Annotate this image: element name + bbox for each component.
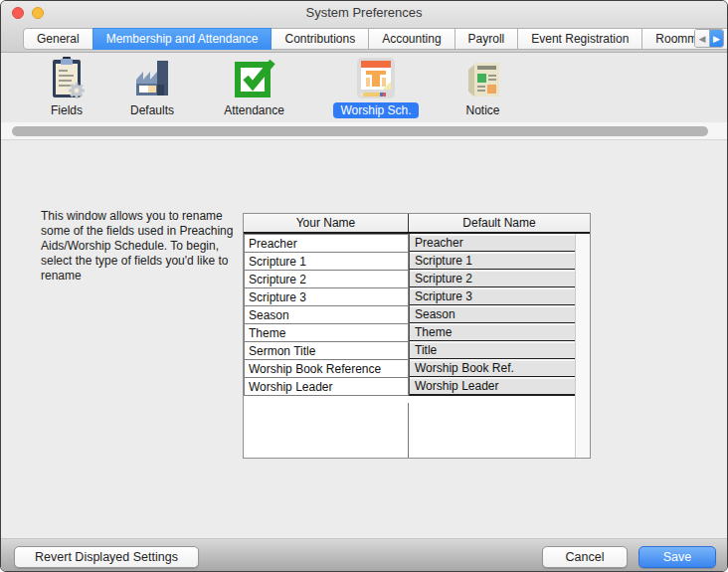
footer-bar: Revert Displayed Settings Cancel Save xyxy=(1,538,727,572)
your-name-input[interactable] xyxy=(244,359,409,378)
tab-general[interactable]: General xyxy=(23,28,93,50)
default-name-cell: Season xyxy=(409,305,575,324)
your-name-input[interactable] xyxy=(244,323,409,342)
toolbar-item-label: Fields xyxy=(44,102,90,118)
tab-payroll[interactable]: Payroll xyxy=(455,28,519,50)
your-name-input[interactable] xyxy=(244,377,409,396)
save-button[interactable]: Save xyxy=(638,546,716,568)
table-row: Scripture 3 xyxy=(244,287,575,306)
default-name-cell: Worship Leader xyxy=(409,377,575,396)
table-row: Scripture 2 xyxy=(244,270,575,288)
your-name-input[interactable] xyxy=(244,234,409,253)
section-toolbar: Fields Defaults xyxy=(1,53,727,122)
revert-displayed-settings-button[interactable]: Revert Displayed Settings xyxy=(14,546,199,568)
default-name-cell: Preacher xyxy=(409,234,575,253)
table-row: Theme xyxy=(244,323,575,342)
cancel-button[interactable]: Cancel xyxy=(542,546,628,568)
window-chrome: System Preferences General Membership an… xyxy=(1,1,727,53)
tab-membership-and-attendance[interactable]: Membership and Attendance xyxy=(92,28,273,50)
horizontal-scrollbar-thumb[interactable] xyxy=(12,126,708,136)
your-name-input[interactable] xyxy=(244,252,409,271)
tab-event-registration[interactable]: Event Registration xyxy=(517,28,642,50)
newspaper-icon xyxy=(460,56,506,101)
window-title: System Preferences xyxy=(1,5,727,20)
toolbar-item-label: Defaults xyxy=(123,102,181,118)
table-row: Title xyxy=(244,341,575,360)
default-name-cell: Title xyxy=(409,341,575,360)
checkbox-icon xyxy=(232,56,277,101)
table-row: Season xyxy=(244,305,575,324)
your-name-input[interactable] xyxy=(244,270,409,288)
chevron-right-icon: ▶ xyxy=(713,34,720,44)
default-name-cell: Scripture 3 xyxy=(409,287,575,306)
table-row: Worship Leader xyxy=(244,377,575,396)
toolbar-item-attendance[interactable]: Attendance xyxy=(192,53,316,118)
tab-contributions[interactable]: Contributions xyxy=(271,28,369,50)
scroll-tabs-left-button[interactable]: ◀ xyxy=(695,30,709,47)
description-text: This window allows you to rename some of… xyxy=(41,209,250,284)
column-header-default-name[interactable]: Default Name xyxy=(409,214,590,232)
toolbar-item-notice[interactable]: Notice xyxy=(436,53,530,118)
default-name-cell: Scripture 1 xyxy=(409,252,575,271)
toolbar-item-label: Notice xyxy=(458,102,506,118)
table-empty-area xyxy=(244,403,575,458)
system-preferences-window: System Preferences General Membership an… xyxy=(0,0,728,572)
factory-icon xyxy=(129,56,175,101)
chevron-left-icon: ◀ xyxy=(699,34,706,44)
toolbar-item-worship-schedule[interactable]: Worship Sch. xyxy=(316,53,436,118)
toolbar-item-label: Attendance xyxy=(217,102,291,118)
default-name-cell: Worship Book Ref. xyxy=(409,359,575,378)
table-row: Preacher xyxy=(244,234,575,253)
worship-schedule-pane: This window allows you to rename some of… xyxy=(1,140,727,538)
your-name-input[interactable] xyxy=(244,341,409,360)
horizontal-scrollbar[interactable] xyxy=(1,122,727,140)
preference-tabs: General Membership and Attendance Contri… xyxy=(23,28,728,50)
default-name-cell: Theme xyxy=(409,323,575,342)
your-name-input[interactable] xyxy=(244,305,409,324)
table-row: Worship Book Ref. xyxy=(244,359,575,378)
default-name-cell: Scripture 2 xyxy=(409,270,575,288)
tab-scroller: ◀ ▶ xyxy=(694,29,724,48)
toolbar-item-label: Worship Sch. xyxy=(333,102,418,118)
vertical-scrollbar-track[interactable] xyxy=(575,234,590,458)
tab-accounting[interactable]: Accounting xyxy=(368,28,455,50)
table-row: Scripture 1 xyxy=(244,252,575,271)
table-body: Preacher Scripture 1 Scripture 2 Scriptu… xyxy=(244,234,590,458)
column-header-your-name[interactable]: Your Name xyxy=(244,214,409,232)
worship-schedule-icon xyxy=(353,56,399,101)
toolbar-item-defaults[interactable]: Defaults xyxy=(112,53,192,118)
toolbar-item-fields[interactable]: Fields xyxy=(21,53,112,118)
scroll-tabs-right-button[interactable]: ▶ xyxy=(709,30,723,47)
clipboard-gear-icon xyxy=(44,56,90,101)
table-header: Your Name Default Name xyxy=(244,214,590,234)
field-rename-table: Your Name Default Name Preacher Scriptur… xyxy=(243,213,591,459)
your-name-input[interactable] xyxy=(244,287,409,306)
titlebar[interactable]: System Preferences xyxy=(1,1,727,25)
